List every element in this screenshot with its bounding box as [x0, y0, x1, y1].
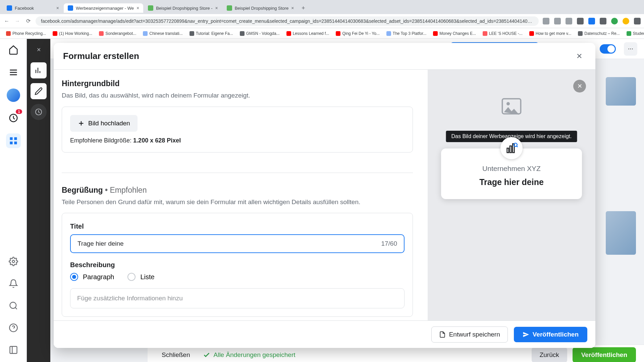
bookmark-item[interactable]: Sonderangebot...: [96, 30, 139, 37]
publish-button[interactable]: Veröffentlichen: [514, 327, 587, 342]
radio-list[interactable]: Liste: [127, 273, 154, 281]
close-icon[interactable]: ×: [137, 5, 139, 11]
upload-button[interactable]: Bild hochladen: [70, 115, 138, 132]
browser-tab[interactable]: Facebook×: [3, 3, 63, 13]
svg-point-8: [12, 260, 14, 263]
bookmark-item[interactable]: LEE 'S HOUSE -...: [480, 30, 525, 37]
field-label: Titel: [70, 223, 405, 230]
avatar[interactable]: [6, 88, 21, 103]
svg-rect-31: [510, 146, 512, 153]
address-bar[interactable]: facebook.com/adsmanager/manage/ads/edit?…: [36, 16, 539, 26]
divider: [62, 173, 413, 173]
facebook-ext-icon[interactable]: [588, 18, 595, 24]
gear-icon[interactable]: [6, 254, 21, 269]
char-counter: 17/60: [381, 240, 397, 247]
verify-icon[interactable]: [611, 18, 618, 24]
greeting-section: Begrüßung • Empfohlen Teile Personen den…: [62, 183, 413, 321]
close-icon[interactable]: ✕: [573, 50, 586, 63]
bookmark-item[interactable]: GMSN - Vologda...: [237, 30, 282, 37]
modal-title: Formular erstellen: [63, 51, 139, 61]
browser-chrome: Facebook× Werbeanzeigenmanager - We× Bei…: [0, 0, 644, 28]
preview-close-icon[interactable]: ✕: [573, 80, 586, 93]
extension-icon[interactable]: [543, 18, 549, 24]
preview-thumbnail: [606, 77, 636, 106]
back-button[interactable]: Zurück: [532, 347, 567, 362]
form-modal: Formular erstellen ✕ Hintergrundbild Das…: [54, 43, 595, 348]
back-icon[interactable]: ←: [3, 18, 10, 24]
svg-point-9: [10, 302, 16, 309]
share-icon[interactable]: [554, 18, 561, 24]
radio-paragraph[interactable]: Paragraph: [70, 273, 114, 281]
bookmark-item[interactable]: Chinese translati...: [140, 30, 185, 37]
reload-icon[interactable]: ⟳: [25, 18, 32, 24]
preview-headline: Trage hier deine: [448, 177, 575, 187]
modal-footer: Entwurf speichern Veröffentlichen: [54, 320, 595, 348]
history-icon[interactable]: [31, 104, 47, 120]
section-subtitle: Das Bild, das du auswählst, wird nach de…: [62, 91, 413, 101]
menu-icon[interactable]: [6, 65, 21, 80]
close-button[interactable]: Schließen: [156, 348, 196, 362]
home-icon[interactable]: [6, 42, 21, 57]
section-subtitle: Teile Personen den Grund dafür mit, waru…: [62, 197, 413, 207]
browser-tab[interactable]: Beispiel Dropshipping Store×: [223, 3, 298, 13]
app-rail: 1: [0, 39, 27, 362]
bookmark-item[interactable]: How to get more v...: [527, 30, 574, 37]
bookmark-item[interactable]: (1) How Working...: [50, 30, 95, 37]
field-label: Beschreibung: [70, 261, 405, 269]
saved-status: Alle Änderungen gespeichert: [203, 351, 296, 359]
svg-line-10: [15, 307, 17, 309]
extra-textarea[interactable]: Füge zusätzliche Informationen hinzu: [70, 288, 405, 308]
toggle-switch[interactable]: [600, 44, 616, 54]
bookmark-item[interactable]: Tutorial: Eigene Fa...: [187, 30, 236, 37]
chart-icon[interactable]: [31, 62, 47, 78]
close-icon[interactable]: ×: [56, 5, 59, 11]
bookmark-icon[interactable]: [566, 18, 572, 24]
menu-icon[interactable]: [634, 18, 641, 24]
save-draft-button[interactable]: Entwurf speichern: [431, 326, 508, 343]
svg-rect-7: [14, 141, 17, 144]
forward-icon[interactable]: →: [14, 18, 21, 24]
bookmark-item[interactable]: Student Wants an...: [624, 30, 644, 37]
bookmark-item[interactable]: Phone Recycling...: [3, 30, 49, 37]
tab-strip: Facebook× Werbeanzeigenmanager - We× Bei…: [0, 0, 644, 14]
notifications-icon[interactable]: 1: [6, 111, 21, 125]
bookmark-item[interactable]: Lessons Learned f...: [284, 30, 332, 37]
new-tab-button[interactable]: +: [299, 3, 308, 13]
edit-icon[interactable]: [31, 83, 47, 99]
help-icon[interactable]: [6, 320, 21, 335]
company-name: Unternehmen XYZ: [448, 165, 575, 173]
image-placeholder-icon: [501, 98, 522, 115]
collapse-icon[interactable]: [6, 343, 21, 357]
browser-tab[interactable]: Werbeanzeigenmanager - We×: [64, 3, 143, 13]
bell-icon[interactable]: [6, 276, 21, 291]
svg-line-34: [517, 146, 518, 147]
svg-rect-6: [10, 141, 12, 144]
bookmark-item[interactable]: Qing Fei De Yi - Yo...: [333, 30, 382, 37]
publish-button[interactable]: Veröffentlichen: [573, 347, 636, 362]
preview-card: Unternehmen XYZ Trage hier deine: [441, 148, 582, 199]
bookmark-item[interactable]: Money Changes E...: [430, 30, 479, 37]
extensions-icon[interactable]: [577, 18, 584, 24]
editor-rail: ✕: [27, 39, 50, 362]
notification-badge: 1: [16, 109, 22, 114]
background-section: Hintergrundbild Das Bild, das du auswähl…: [62, 76, 413, 163]
close-icon[interactable]: ×: [215, 5, 218, 11]
more-icon[interactable]: ⋯: [624, 42, 637, 56]
svg-rect-5: [14, 137, 17, 140]
search-icon[interactable]: [6, 298, 21, 313]
bookmark-item[interactable]: The Top 3 Platfor...: [384, 30, 429, 37]
profile-icon[interactable]: [623, 18, 629, 24]
nav-bar: ← → ⟳ facebook.com/adsmanager/manage/ads…: [0, 14, 644, 28]
preview-column: ✕ Das Bild deiner Werbeanzeige wird hier…: [428, 70, 595, 320]
grid-icon[interactable]: [6, 133, 21, 148]
size-hint: Empfohlene Bildgröße: 1.200 x 628 Pixel: [70, 137, 405, 144]
bookmark-item[interactable]: Datenschutz – Re...: [575, 30, 622, 37]
section-title: Begrüßung • Empfohlen: [62, 186, 413, 195]
browser-tab[interactable]: Beispiel Dropshipping Store -×: [144, 3, 222, 13]
close-icon[interactable]: ×: [291, 5, 294, 11]
puzzle-icon[interactable]: [600, 18, 606, 24]
title-input[interactable]: [77, 240, 381, 247]
company-logo-icon: [500, 137, 523, 159]
close-editor-icon[interactable]: ✕: [31, 42, 47, 58]
section-title: Hintergrundbild: [62, 79, 413, 88]
